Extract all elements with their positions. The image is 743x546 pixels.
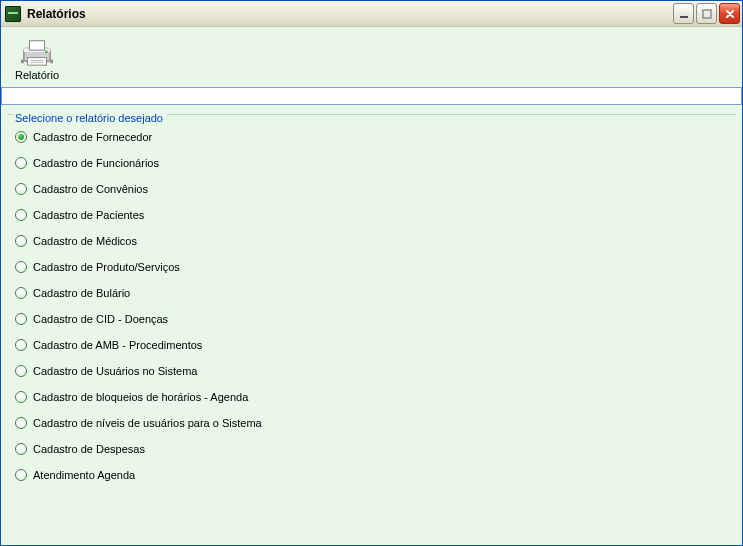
radio-label: Cadastro de Usuários no Sistema xyxy=(33,365,197,377)
radio-option[interactable]: Cadastro de Bulário xyxy=(15,287,730,299)
radio-label: Cadastro de CID - Doenças xyxy=(33,313,168,325)
radio-option[interactable]: Cadastro de Despesas xyxy=(15,443,730,455)
svg-rect-1 xyxy=(703,10,711,18)
radio-label: Cadastro de níveis de usuários para o Si… xyxy=(33,417,262,429)
svg-point-8 xyxy=(45,51,48,54)
radio-icon xyxy=(15,391,27,403)
radio-label: Cadastro de Fornecedor xyxy=(33,131,152,143)
radio-label: Cadastro de AMB - Procedimentos xyxy=(33,339,202,351)
window-title: Relatórios xyxy=(27,7,86,21)
close-button[interactable] xyxy=(719,3,740,24)
radio-icon xyxy=(15,235,27,247)
svg-rect-4 xyxy=(30,41,45,50)
svg-rect-9 xyxy=(21,60,24,64)
minimize-button[interactable] xyxy=(673,3,694,24)
titlebar[interactable]: Relatórios xyxy=(1,1,742,27)
radio-option[interactable]: Atendimento Agenda xyxy=(15,469,730,481)
radio-label: Cadastro de Despesas xyxy=(33,443,145,455)
radio-label: Cadastro de Bulário xyxy=(33,287,130,299)
radio-icon xyxy=(15,417,27,429)
radio-icon xyxy=(15,287,27,299)
radio-label: Cadastro de bloqueios de horários - Agen… xyxy=(33,391,248,403)
svg-rect-5 xyxy=(28,58,47,66)
radio-icon xyxy=(15,443,27,455)
radio-icon xyxy=(15,365,27,377)
close-icon xyxy=(725,9,735,19)
svg-rect-0 xyxy=(680,16,688,18)
radio-list: Cadastro de FornecedorCadastro de Funcio… xyxy=(13,131,730,481)
radio-label: Cadastro de Produto/Serviços xyxy=(33,261,180,273)
radio-option[interactable]: Cadastro de bloqueios de horários - Agen… xyxy=(15,391,730,403)
radio-icon xyxy=(15,131,27,143)
printer-icon xyxy=(18,37,56,67)
radio-label: Cadastro de Médicos xyxy=(33,235,137,247)
radio-dot-icon xyxy=(18,134,24,140)
svg-rect-10 xyxy=(50,60,53,64)
report-button[interactable]: Relatório xyxy=(7,33,67,83)
maximize-icon xyxy=(702,9,712,19)
radio-label: Cadastro de Funcionários xyxy=(33,157,159,169)
minimize-icon xyxy=(679,9,689,19)
radio-icon xyxy=(15,209,27,221)
radio-icon xyxy=(15,469,27,481)
report-button-label: Relatório xyxy=(15,69,59,81)
radio-label: Cadastro de Convênios xyxy=(33,183,148,195)
app-icon xyxy=(5,6,21,22)
radio-option[interactable]: Cadastro de Convênios xyxy=(15,183,730,195)
radio-icon xyxy=(15,157,27,169)
group-legend: Selecione o relatório desejado xyxy=(13,112,167,124)
radio-option[interactable]: Cadastro de AMB - Procedimentos xyxy=(15,339,730,351)
radio-option[interactable]: Cadastro de Usuários no Sistema xyxy=(15,365,730,377)
radio-icon xyxy=(15,261,27,273)
client-area: Relatório Selecione o relatório desejado… xyxy=(1,27,742,545)
radio-option[interactable]: Cadastro de CID - Doenças xyxy=(15,313,730,325)
radio-label: Cadastro de Pacientes xyxy=(33,209,144,221)
window-frame: Relatórios xyxy=(0,0,743,546)
radio-option[interactable]: Cadastro de Produto/Serviços xyxy=(15,261,730,273)
maximize-button[interactable] xyxy=(696,3,717,24)
radio-icon xyxy=(15,313,27,325)
filter-input[interactable] xyxy=(1,87,742,105)
report-groupbox: Selecione o relatório desejado Cadastro … xyxy=(7,107,736,539)
radio-label: Atendimento Agenda xyxy=(33,469,135,481)
radio-option[interactable]: Cadastro de Funcionários xyxy=(15,157,730,169)
toolbar: Relatório xyxy=(1,33,742,83)
radio-icon xyxy=(15,339,27,351)
radio-option[interactable]: Cadastro de Fornecedor xyxy=(15,131,730,143)
radio-icon xyxy=(15,183,27,195)
radio-option[interactable]: Cadastro de Pacientes xyxy=(15,209,730,221)
radio-option[interactable]: Cadastro de Médicos xyxy=(15,235,730,247)
radio-option[interactable]: Cadastro de níveis de usuários para o Si… xyxy=(15,417,730,429)
